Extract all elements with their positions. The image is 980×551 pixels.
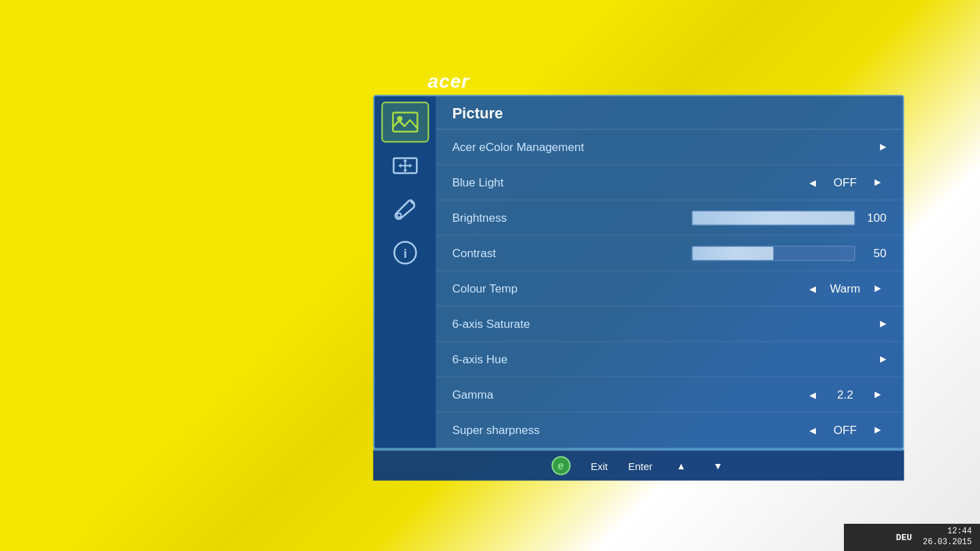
nav-up-arrow: ▲: [673, 458, 689, 474]
svg-marker-6: [403, 170, 407, 173]
svg-marker-8: [409, 164, 412, 168]
brightness-label: Brightness: [452, 211, 588, 224]
sharpness-value: OFF: [821, 424, 869, 437]
brightness-value: 100: [862, 211, 886, 224]
hue-control: ►: [588, 353, 886, 365]
svg-marker-5: [403, 159, 407, 162]
brightness-bar-bg: [691, 210, 855, 225]
hue-label: 6-axis Hue: [452, 352, 588, 366]
contrast-bar-bg: [691, 246, 855, 261]
contrast-bar-fill: [692, 246, 773, 260]
sharpness-left-arrow[interactable]: ◀: [804, 421, 821, 440]
colourtemp-value: Warm: [821, 282, 869, 295]
bluelight-value: OFF: [821, 176, 869, 189]
nav-down-arrow: ▼: [710, 458, 726, 474]
taskbar-clock: 12:44 26.03.2015: [923, 527, 972, 548]
saturate-arrow-right: ►: [880, 318, 887, 330]
menu-row-brightness[interactable]: Brightness 100: [436, 201, 902, 236]
menu-row-hue[interactable]: 6-axis Hue ►: [436, 342, 902, 378]
acer-logo: acer: [427, 71, 904, 93]
colourtemp-label: Colour Temp: [452, 282, 588, 295]
gamma-left-arrow[interactable]: ◀: [804, 385, 821, 404]
sidebar-icon-display[interactable]: [381, 146, 429, 186]
menu-row-ecolor[interactable]: Acer eColor Management ►: [436, 130, 902, 165]
nav-exit-item[interactable]: Exit: [591, 460, 608, 471]
ecolor-label: Acer eColor Management: [452, 140, 588, 154]
bluelight-label: Blue Light: [452, 176, 588, 189]
contrast-value: 50: [862, 246, 886, 260]
menu-row-sharpness[interactable]: Super sharpness ◀ OFF ►: [436, 413, 902, 448]
menu-row-contrast[interactable]: Contrast 50: [436, 236, 902, 271]
bluelight-control: ◀ OFF ►: [588, 173, 886, 192]
bluelight-left-arrow[interactable]: ◀: [804, 173, 821, 192]
bluelight-right-arrow[interactable]: ►: [869, 173, 887, 191]
ecolor-arrow-right: ►: [880, 141, 887, 153]
saturate-label: 6-axis Saturate: [452, 317, 588, 331]
taskbar-language: DEU: [896, 533, 912, 543]
menu-row-bluelight[interactable]: Blue Light ◀ OFF ►: [436, 165, 902, 201]
svg-marker-7: [398, 164, 401, 168]
brightness-control: 100: [588, 210, 886, 225]
sidebar-icon-picture[interactable]: [381, 102, 429, 143]
nav-enter-label: Enter: [628, 460, 653, 471]
colourtemp-control: ◀ Warm ►: [588, 279, 886, 298]
section-header: Picture: [436, 97, 902, 130]
osd-nav-bar: e Exit Enter ▲ ▼: [373, 450, 904, 481]
nav-exit-label: Exit: [591, 460, 608, 471]
contrast-control: 50: [588, 246, 886, 261]
osd-sidebar: i: [374, 97, 436, 448]
nav-down-item[interactable]: ▼: [710, 458, 726, 474]
taskbar-time: 12:44: [923, 527, 972, 537]
sidebar-icon-info[interactable]: i: [381, 233, 429, 273]
taskbar-date: 26.03.2015: [923, 537, 972, 548]
gamma-value: 2.2: [821, 388, 869, 401]
sharpness-label: Super sharpness: [452, 424, 588, 437]
sharpness-right-arrow[interactable]: ►: [869, 422, 887, 439]
gamma-control: ◀ 2.2 ►: [588, 385, 886, 404]
colourtemp-left-arrow[interactable]: ◀: [804, 279, 821, 298]
osd-content: Picture Acer eColor Management ► Blue Li…: [436, 97, 902, 448]
gamma-right-arrow[interactable]: ►: [869, 386, 887, 403]
svg-point-9: [397, 214, 401, 218]
contrast-label: Contrast: [452, 246, 588, 260]
nav-eicon-item[interactable]: e: [551, 456, 570, 475]
svg-text:i: i: [404, 247, 407, 261]
sidebar-icon-settings[interactable]: [381, 189, 429, 230]
taskbar: DEU 12:44 26.03.2015: [844, 524, 980, 551]
hue-arrow-right: ►: [880, 353, 887, 365]
colourtemp-right-arrow[interactable]: ►: [869, 280, 887, 297]
saturate-control: ►: [588, 318, 886, 330]
nav-up-item[interactable]: ▲: [673, 458, 689, 474]
ecolor-control: ►: [588, 141, 886, 153]
menu-row-gamma[interactable]: Gamma ◀ 2.2 ►: [436, 378, 902, 413]
sharpness-control: ◀ OFF ►: [588, 421, 886, 440]
osd-menu: i Picture Acer eColor Management ► Blue …: [373, 95, 904, 450]
menu-row-colourtemp[interactable]: Colour Temp ◀ Warm ►: [436, 271, 902, 307]
nav-e-icon: e: [551, 456, 570, 475]
gamma-label: Gamma: [452, 388, 588, 401]
brightness-bar-fill: [692, 211, 854, 224]
osd-menu-container: acer: [373, 71, 904, 481]
nav-enter-item[interactable]: Enter: [628, 460, 653, 471]
menu-row-saturate[interactable]: 6-axis Saturate ►: [436, 307, 902, 342]
